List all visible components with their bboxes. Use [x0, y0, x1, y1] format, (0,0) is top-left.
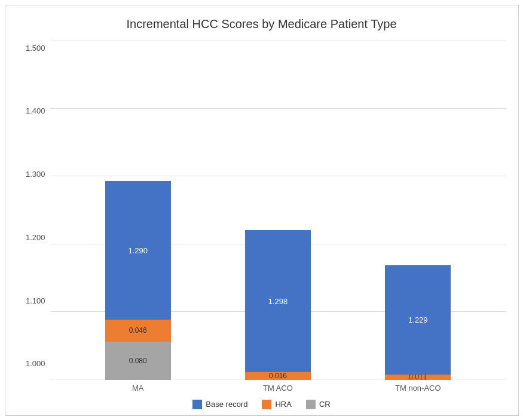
legend-label-base-record: Base record: [206, 400, 247, 409]
bar-label-blue-tm-aco: 1.298: [268, 296, 288, 305]
y-label-1000: 1.000: [26, 359, 45, 368]
legend-swatch-orange: [262, 400, 271, 409]
bar-group-tm-aco: 0.016 1.298: [245, 230, 311, 380]
bar-label-blue-ma: 1.290: [128, 246, 148, 255]
x-label-tm-aco: TM ACO: [245, 384, 311, 393]
chart-title: Incremental HCC Scores by Medicare Patie…: [126, 17, 396, 31]
bar-stack-ma: 0.080 0.046 1.290: [105, 181, 171, 380]
legend-label-cr: CR: [319, 400, 331, 409]
y-label-1400: 1.400: [26, 106, 45, 115]
bar-stack-tm-aco: 0.016 1.298: [245, 230, 311, 380]
bars-and-grid: 0.080 0.046 1.290: [50, 41, 506, 380]
bar-segment-blue-tm-non-aco: 1.229: [385, 265, 451, 375]
y-label-1500: 1.500: [26, 44, 45, 53]
chart-container: Incremental HCC Scores by Medicare Patie…: [5, 5, 519, 416]
y-label-1200: 1.200: [26, 233, 45, 242]
bar-segment-orange-ma: 0.046: [105, 320, 171, 342]
bar-segment-gray-ma: 0.080: [105, 342, 171, 380]
plot-area: 0.080 0.046 1.290: [50, 41, 506, 393]
bar-segment-orange-tm-aco: 0.016: [245, 372, 311, 380]
legend-item-base-record: Base record: [192, 400, 247, 409]
bar-group-ma: 0.080 0.046 1.290: [105, 181, 171, 380]
bar-label-gray-ma: 0.080: [129, 357, 147, 365]
bars-row: 0.080 0.046 1.290: [50, 41, 506, 380]
y-label-1100: 1.100: [26, 296, 45, 305]
legend-label-hra: HRA: [275, 400, 291, 409]
chart-area: 1.500 1.400 1.300 1.200 1.100 1.000: [17, 41, 506, 393]
bar-label-orange-tm-aco: 0.016: [269, 372, 287, 380]
bar-segment-blue-ma: 1.290: [105, 181, 171, 320]
bar-segment-blue-tm-aco: 1.298: [245, 230, 311, 372]
x-label-tm-non-aco: TM non-ACO: [385, 384, 451, 393]
legend-swatch-gray: [306, 400, 316, 409]
legend-item-cr: CR: [306, 400, 331, 409]
y-label-1300: 1.300: [26, 170, 45, 179]
legend-swatch-blue: [192, 400, 202, 409]
x-labels: MA TM ACO TM non-ACO: [50, 380, 506, 393]
legend-item-hra: HRA: [262, 400, 291, 409]
bar-label-orange-ma: 0.046: [129, 326, 147, 335]
bar-segment-orange-tm-non-aco: 0.011: [385, 375, 451, 380]
y-axis: 1.500 1.400 1.300 1.200 1.100 1.000: [17, 41, 50, 393]
bar-label-blue-tm-non-aco: 1.229: [408, 315, 428, 324]
bar-group-tm-non-aco: 0.011 1.229: [385, 265, 451, 380]
x-label-ma: MA: [105, 384, 171, 393]
legend: Base record HRA CR: [192, 400, 330, 409]
bar-stack-tm-non-aco: 0.011 1.229: [385, 265, 451, 380]
